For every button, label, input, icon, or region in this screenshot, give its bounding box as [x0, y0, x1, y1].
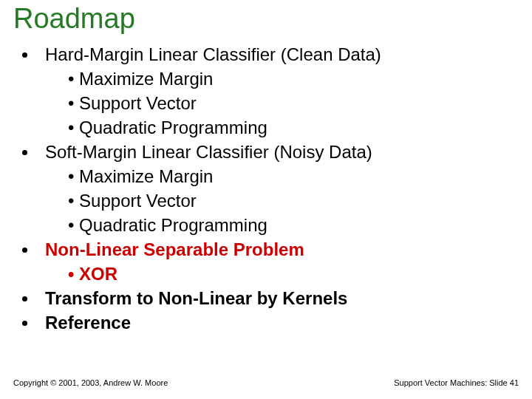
list-item-label: Transform to Non-Linear by Kernels	[45, 286, 347, 310]
list-item: Transform to Non-Linear by Kernels	[22, 286, 532, 310]
sub-list-item: • Support Vector	[68, 188, 532, 213]
sub-list-item: • Maximize Margin	[68, 164, 532, 188]
footer-copyright: Copyright © 2001, 2003, Andrew W. Moore	[13, 378, 168, 387]
list-item: Soft-Margin Linear Classifier (Noisy Dat…	[22, 140, 532, 164]
footer-slide-number: Support Vector Machines: Slide 41	[394, 378, 519, 387]
sub-bullet-icon: •	[68, 69, 79, 89]
bullet-icon	[22, 296, 27, 301]
list-item: Reference	[22, 310, 532, 335]
list-item: Non-Linear Separable Problem	[22, 237, 532, 262]
sub-list-item-label: Quadratic Programming	[79, 215, 267, 235]
sub-list-item: • Support Vector	[68, 91, 532, 115]
sub-list-item: • Quadratic Programming	[68, 213, 532, 237]
sub-bullet-icon: •	[68, 264, 79, 284]
sub-list-item: • XOR	[68, 262, 532, 286]
list-item: Hard-Margin Linear Classifier (Clean Dat…	[22, 42, 532, 66]
sub-list-item-label: Maximize Margin	[79, 166, 213, 186]
list-item-label: Non-Linear Separable Problem	[45, 237, 304, 262]
list-item-label: Reference	[45, 310, 131, 335]
slide-content: Hard-Margin Linear Classifier (Clean Dat…	[0, 35, 532, 335]
bullet-icon	[22, 321, 27, 326]
bullet-icon	[22, 248, 27, 253]
sub-bullet-icon: •	[68, 93, 79, 113]
sub-list-item-label: XOR	[79, 264, 117, 284]
sub-bullet-icon: •	[68, 166, 79, 186]
list-item-label: Hard-Margin Linear Classifier (Clean Dat…	[45, 42, 381, 66]
sub-bullet-icon: •	[68, 215, 79, 235]
sub-bullet-icon: •	[68, 191, 79, 211]
sub-list: • Maximize Margin• Support Vector• Quadr…	[22, 66, 532, 140]
bullet-icon	[22, 52, 27, 58]
slide-title: Roadmap	[0, 0, 532, 35]
sub-list-item-label: Maximize Margin	[79, 69, 213, 89]
sub-list-item-label: Support Vector	[79, 93, 197, 113]
list-item-label: Soft-Margin Linear Classifier (Noisy Dat…	[45, 140, 372, 164]
slide: Roadmap Hard-Margin Linear Classifier (C…	[0, 0, 532, 399]
slide-footer: Copyright © 2001, 2003, Andrew W. Moore …	[13, 378, 519, 387]
sub-list-item: • Maximize Margin	[68, 66, 532, 91]
sub-list: • Maximize Margin• Support Vector• Quadr…	[22, 164, 532, 237]
sub-list: • XOR	[22, 262, 532, 286]
sub-bullet-icon: •	[68, 117, 79, 137]
sub-list-item-label: Support Vector	[79, 191, 197, 211]
sub-list-item: • Quadratic Programming	[68, 115, 532, 140]
bullet-icon	[22, 150, 27, 155]
sub-list-item-label: Quadratic Programming	[79, 117, 267, 137]
